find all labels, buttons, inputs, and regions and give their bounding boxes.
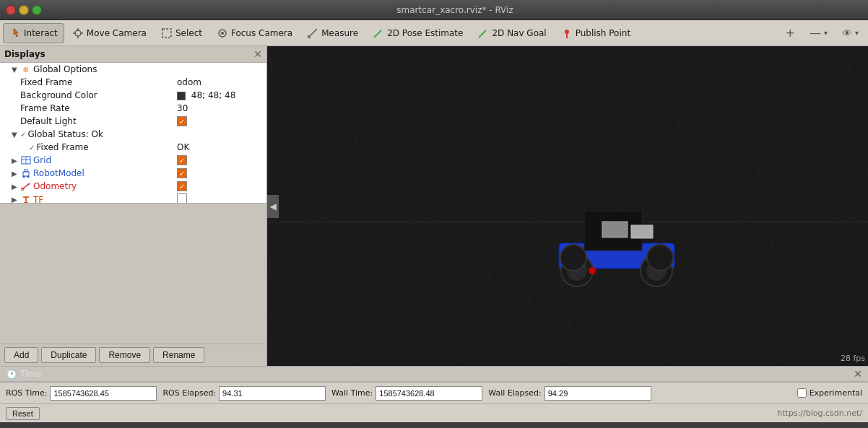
ros-time-section: ROS Time:: [6, 386, 157, 401]
time-panel-header: 🕐 Time ✕: [0, 366, 868, 382]
svg-point-42: [589, 267, 596, 274]
add-button[interactable]: Add: [4, 347, 38, 363]
tf-row[interactable]: ▶ TF: [0, 193, 266, 203]
interact-button[interactable]: Interact: [3, 23, 64, 43]
default-light-checkbox[interactable]: ✓: [177, 116, 187, 126]
global-options-label: Global Options: [33, 64, 264, 74]
close-button[interactable]: [6, 5, 16, 15]
svg-rect-40: [602, 222, 628, 237]
tf-expand: ▶: [12, 196, 20, 203]
svg-point-0: [75, 30, 81, 36]
status-ok-icon: ✓: [20, 131, 26, 139]
odometry-row[interactable]: ▶ Odometry ✓: [0, 180, 266, 193]
viewport-collapse-arrow[interactable]: ◀: [267, 195, 279, 218]
publish-point-icon: [561, 27, 573, 39]
displays-title: Displays: [4, 49, 45, 59]
time-close-button[interactable]: ✕: [854, 368, 862, 380]
panel-buttons: Add Duplicate Remove Rename: [0, 344, 266, 366]
nav-goal-label: 2D Nav Goal: [492, 28, 546, 38]
grid-row[interactable]: ▶ Grid ✓: [0, 154, 266, 167]
ros-elapsed-section: ROS Elapsed:: [162, 386, 326, 401]
publish-point-label: Publish Point: [576, 28, 630, 38]
rename-button[interactable]: Rename: [153, 347, 204, 363]
titlebar-buttons: [6, 5, 42, 15]
focus-camera-button[interactable]: Focus Camera: [210, 23, 299, 43]
svg-point-7: [221, 32, 224, 35]
odometry-checked[interactable]: ✓: [177, 181, 187, 191]
fixed-frame-label: Fixed Frame: [20, 77, 177, 87]
wall-elapsed-input[interactable]: [544, 386, 651, 401]
nav-goal-icon: [477, 27, 489, 39]
wall-time-input[interactable]: [376, 386, 482, 401]
background-color-row[interactable]: Background Color 48; 48; 48: [0, 89, 266, 102]
ros-elapsed-input[interactable]: [219, 386, 326, 401]
add-icon-button[interactable]: +: [779, 23, 802, 43]
move-camera-icon: [72, 27, 84, 39]
ros-time-input[interactable]: [50, 386, 157, 401]
pose-estimate-button[interactable]: 2D Pose Estimate: [366, 23, 469, 43]
minimize-button[interactable]: [19, 5, 29, 15]
experimental-checkbox[interactable]: [797, 388, 807, 398]
nav-goal-button[interactable]: 2D Nav Goal: [471, 23, 552, 43]
interact-label: Interact: [24, 28, 58, 38]
pose-estimate-icon: [373, 27, 384, 39]
robotmodel-checked[interactable]: ✓: [177, 168, 187, 178]
odometry-expand: ▶: [12, 183, 20, 191]
robotmodel-expand: ▶: [12, 170, 20, 178]
duplicate-button[interactable]: Duplicate: [41, 347, 96, 363]
tf-unchecked[interactable]: [177, 193, 187, 203]
ros-elapsed-label: ROS Elapsed:: [162, 388, 216, 398]
svg-point-15: [565, 30, 569, 34]
viewport[interactable]: ◀ 28 fps: [267, 46, 868, 366]
odometry-icon: [20, 181, 32, 191]
frame-rate-row[interactable]: Frame Rate 30: [0, 102, 266, 115]
color-swatch: [177, 92, 186, 100]
svg-rect-20: [23, 172, 29, 176]
panel-header: Displays ✕: [0, 46, 266, 63]
toolbar-option1[interactable]: — ▾: [803, 23, 834, 43]
reset-button[interactable]: Reset: [6, 407, 40, 420]
frame-rate-label: Frame Rate: [20, 103, 177, 113]
remove-button[interactable]: Remove: [99, 347, 150, 363]
gear-icon: ⚙: [20, 64, 32, 74]
tf-checkbox: [177, 193, 264, 203]
experimental-label: Experimental: [810, 388, 862, 398]
background-color-value: 48; 48; 48: [177, 90, 264, 100]
select-button[interactable]: Select: [155, 23, 209, 43]
default-light-row[interactable]: Default Light ✓: [0, 115, 266, 128]
interact-icon: [9, 27, 21, 39]
status-fixed-frame-row[interactable]: ✓ Fixed Frame OK: [0, 141, 266, 154]
tree-container: ▼ ⚙ Global Options Fixed Frame odom Back…: [0, 63, 266, 203]
panel-close-button[interactable]: ✕: [253, 49, 262, 59]
svg-rect-5: [162, 29, 171, 38]
status-fixed-ok-icon: ✓: [29, 144, 35, 152]
grid-checked[interactable]: ✓: [177, 155, 187, 165]
svg-point-38: [647, 245, 673, 271]
grid-label: Grid: [33, 155, 177, 165]
move-camera-button[interactable]: Move Camera: [66, 23, 153, 43]
fixed-frame-value: odom: [177, 77, 264, 87]
select-label: Select: [175, 28, 202, 38]
robotmodel-row[interactable]: ▶ RobotModel ✓: [0, 167, 266, 180]
plus-icon: +: [786, 26, 795, 40]
maximize-button[interactable]: [32, 5, 42, 15]
toolbar-option2[interactable]: 👁 ▾: [836, 23, 865, 43]
measure-button[interactable]: Measure: [300, 23, 365, 43]
wall-time-label: Wall Time:: [331, 388, 373, 398]
odometry-checkbox: ✓: [177, 181, 264, 192]
global-options-row[interactable]: ▼ ⚙ Global Options: [0, 63, 266, 76]
fps-display: 28 fps: [841, 354, 865, 363]
robotmodel-label: RobotModel: [33, 168, 177, 178]
chevron-down-icon: ▾: [824, 29, 828, 37]
status-url: https://blog.csdn.net/: [45, 409, 862, 418]
statusbar: Reset https://blog.csdn.net/: [0, 403, 868, 422]
select-icon: [161, 27, 173, 39]
svg-line-8: [308, 29, 317, 38]
global-status-row[interactable]: ▼ ✓ Global Status: Ok: [0, 128, 266, 141]
expand-arrow2: ▼: [12, 131, 20, 139]
measure-label: Measure: [321, 28, 358, 38]
minus-icon: —: [810, 26, 821, 40]
fixed-frame-row[interactable]: Fixed Frame odom: [0, 76, 266, 89]
publish-point-button[interactable]: Publish Point: [555, 23, 637, 43]
svg-point-37: [560, 245, 586, 271]
